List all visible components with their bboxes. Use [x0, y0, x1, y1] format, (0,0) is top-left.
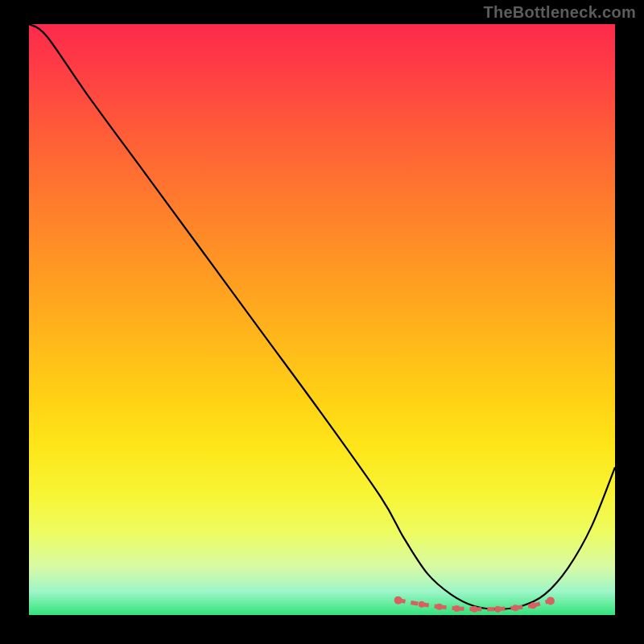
marker-dot [494, 606, 501, 613]
marker-dot [436, 604, 443, 610]
marker-dot [453, 605, 460, 612]
chart-svg [29, 24, 615, 615]
marker-dot [530, 602, 536, 609]
marker-dot [394, 597, 402, 605]
plot-area [29, 24, 615, 615]
attribution-label: TheBottleneck.com [483, 3, 636, 22]
marker-group [394, 597, 555, 613]
marker-dot [419, 601, 425, 608]
chart-frame: TheBottleneck.com [0, 0, 644, 644]
bottleneck-curve [29, 24, 615, 609]
marker-dot [512, 605, 518, 611]
marker-dot [547, 597, 555, 605]
marker-dot [471, 606, 477, 613]
